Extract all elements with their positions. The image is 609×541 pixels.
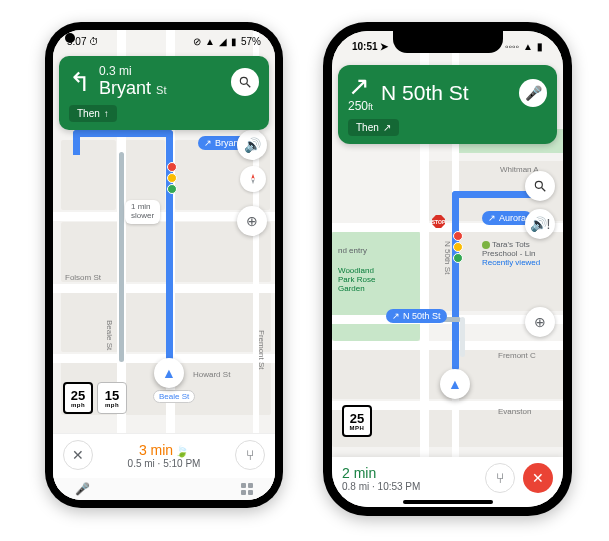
search-button[interactable] xyxy=(231,68,259,96)
eta-text: 3 min🍃 xyxy=(101,442,227,458)
close-icon: ✕ xyxy=(72,447,84,463)
status-time: 10:51 ➤ xyxy=(352,41,388,52)
turn-street: Bryant St xyxy=(99,78,223,99)
road-label-folsom: Folsom St xyxy=(65,273,101,282)
voice-button[interactable]: 🎤 xyxy=(519,79,547,107)
beale-chip: Beale St xyxy=(153,390,195,403)
speaker-alert-icon: 🔊! xyxy=(530,216,551,232)
trip-subtext: 0.8 mi · 10:53 PM xyxy=(342,481,477,492)
current-speed: 15mph xyxy=(97,382,127,414)
poi-woodland: WoodlandPark RoseGarden xyxy=(338,267,375,293)
battery-pct: 57% xyxy=(241,36,261,47)
camera-hole xyxy=(65,33,75,43)
bear-right-icon: ↗ xyxy=(348,73,373,99)
turn-distance: 0.3 mi xyxy=(99,64,223,78)
eta-text: 2 min xyxy=(342,465,477,481)
wifi-icon: ▲ xyxy=(205,36,215,47)
search-button[interactable] xyxy=(525,171,555,201)
close-button[interactable]: ✕ xyxy=(523,463,553,493)
sound-button[interactable]: 🔊 xyxy=(237,130,267,160)
speed-limit-sign: 25mph xyxy=(63,382,93,414)
svg-marker-2 xyxy=(251,174,255,179)
stop-sign-icon: STOP xyxy=(432,215,445,228)
report-button[interactable]: ⊕ xyxy=(525,307,555,337)
then-arrow-icon: ↑ xyxy=(104,108,109,119)
android-phone-frame: 5:07 ⏱ ⊘ ▲ ◢ ▮ 57% Folsom St How xyxy=(45,22,283,508)
ios-status-bar: 10:51 ➤ ◦◦◦◦ ▲ ▮ xyxy=(332,31,563,61)
search-icon xyxy=(238,75,252,89)
turn-left-icon: ↰ xyxy=(69,69,91,95)
status-right: ◦◦◦◦ ▲ ▮ xyxy=(505,41,543,52)
compass-icon xyxy=(246,172,260,186)
direction-card[interactable]: ↰ 0.3 mi Bryant St Then ↑ xyxy=(59,56,269,130)
turn-street: N 50th St xyxy=(381,81,469,105)
close-icon: ✕ xyxy=(532,470,544,486)
compass-button[interactable] xyxy=(240,166,266,192)
poi-fremont: Fremont C xyxy=(498,351,536,360)
android-screen: 5:07 ⏱ ⊘ ▲ ◢ ▮ 57% Folsom St How xyxy=(53,30,275,500)
do-not-disturb-icon: ⊘ xyxy=(193,36,201,47)
signal-icon: ◦◦◦◦ xyxy=(505,41,519,52)
routes-button[interactable]: ⑂ xyxy=(235,440,265,470)
svg-point-0 xyxy=(240,77,247,84)
battery-icon: ▮ xyxy=(231,36,237,47)
then-arrow-icon: ↗ xyxy=(383,122,391,133)
road-label-fremont: Fremont St xyxy=(257,330,266,370)
speaker-icon: 🔊 xyxy=(244,137,261,153)
ios-screen: 10:51 ➤ ◦◦◦◦ ▲ ▮ Garden Parking Whitman … xyxy=(332,31,563,507)
sound-button[interactable]: 🔊! xyxy=(525,209,555,239)
turn-distance: 250ft xyxy=(348,99,373,113)
trip-bottom-bar[interactable]: 2 min 0.8 mi · 10:53 PM ⑂ ✕ xyxy=(332,457,563,507)
assistant-mic-icon[interactable]: 🎤 xyxy=(75,482,90,496)
trip-subtext: 0.5 mi · 5:10 PM xyxy=(101,458,227,469)
speed-limit-sign: 25MPH xyxy=(342,405,372,437)
leaf-icon: 🍃 xyxy=(175,445,189,457)
mic-icon: 🎤 xyxy=(525,85,542,101)
poi-evanston: Evanston xyxy=(498,407,531,416)
svg-line-5 xyxy=(542,188,546,192)
street-bubble-n50: N 50th St xyxy=(386,309,447,323)
alt-route-icon: ⑂ xyxy=(496,470,504,486)
svg-point-4 xyxy=(535,181,542,188)
vehicle-cursor xyxy=(440,369,470,399)
then-step[interactable]: Then ↗ xyxy=(348,119,399,136)
poi-tara[interactable]: Tara's Tots Preschool - Lin Recently vie… xyxy=(482,241,540,268)
android-nav-strip: 🎤 xyxy=(53,478,275,500)
battery-icon: ▮ xyxy=(537,41,543,52)
svg-line-1 xyxy=(247,83,251,87)
android-status-bar: 5:07 ⏱ ⊘ ▲ ◢ ▮ 57% xyxy=(53,30,275,52)
poi-entry: nd entry xyxy=(338,247,367,256)
app-grid-icon[interactable] xyxy=(241,483,253,495)
ios-phone-frame: 10:51 ➤ ◦◦◦◦ ▲ ▮ Garden Parking Whitman … xyxy=(323,22,572,516)
vehicle-cursor xyxy=(154,358,184,388)
svg-marker-3 xyxy=(251,179,255,184)
wifi-icon: ▲ xyxy=(523,41,533,52)
alt-route-icon: ⑂ xyxy=(246,447,254,463)
signal-icon: ◢ xyxy=(219,36,227,47)
report-button[interactable]: ⊕ xyxy=(237,206,267,236)
slower-route-bubble[interactable]: 1 minslower xyxy=(125,200,160,224)
trip-bottom-bar[interactable]: ✕ 3 min🍃 0.5 mi · 5:10 PM ⑂ xyxy=(53,433,275,478)
road-label-beale: Beale St xyxy=(105,320,114,350)
then-step[interactable]: Then ↑ xyxy=(69,105,117,122)
report-icon: ⊕ xyxy=(246,213,258,229)
poi-pin-icon xyxy=(482,241,490,249)
road-label-n50: N 50th St xyxy=(443,241,452,274)
close-button[interactable]: ✕ xyxy=(63,440,93,470)
status-right: ⊘ ▲ ◢ ▮ 57% xyxy=(193,36,261,47)
road-label-howard: Howard St xyxy=(193,370,230,379)
routes-button[interactable]: ⑂ xyxy=(485,463,515,493)
report-icon: ⊕ xyxy=(534,314,546,330)
direction-card[interactable]: ↗ 250ft N 50th St 🎤 Then ↗ xyxy=(338,65,557,144)
search-icon xyxy=(533,179,547,193)
